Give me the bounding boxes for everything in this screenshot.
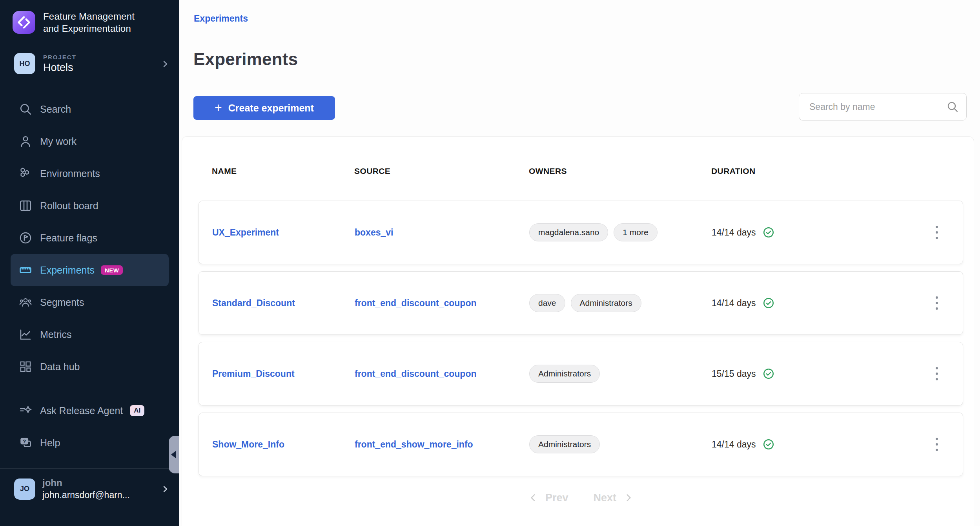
sidebar-item-environments[interactable]: Environments bbox=[11, 157, 169, 190]
owner-more-chip: 1 more bbox=[614, 223, 657, 241]
sidebar-item-label: Feature flags bbox=[40, 232, 97, 244]
check-circle-icon bbox=[763, 297, 774, 309]
table-row: Standard_Discount front_end_discount_cou… bbox=[199, 271, 963, 335]
board-columns-icon bbox=[18, 199, 33, 212]
sidebar-item-metrics[interactable]: Metrics bbox=[11, 318, 169, 351]
source-link[interactable]: boxes_vi bbox=[355, 227, 393, 238]
project-label: PROJECT bbox=[43, 54, 77, 60]
sparkle-lines-icon bbox=[18, 404, 33, 417]
chevron-left-icon bbox=[528, 493, 538, 503]
owner-chip: Administrators bbox=[529, 365, 600, 383]
source-link[interactable]: front_end_show_more_info bbox=[355, 439, 473, 450]
user-icon bbox=[18, 135, 33, 148]
check-circle-icon bbox=[763, 226, 774, 238]
sidebar-item-label: Rollout board bbox=[40, 200, 98, 212]
experiment-name-link[interactable]: Premium_Discount bbox=[212, 369, 295, 379]
column-header-duration: DURATION bbox=[711, 166, 755, 176]
table-row: Show_More_Info front_end_show_more_info … bbox=[199, 413, 963, 476]
table-row: Premium_Discount front_end_discount_coup… bbox=[199, 342, 963, 405]
experiments-table-panel: NAME SOURCE OWNERS DURATION UX_Experimen… bbox=[182, 136, 974, 526]
plus-icon: + bbox=[215, 101, 222, 114]
duration-text: 14/14 days bbox=[712, 298, 756, 309]
help-chat-icon: ? bbox=[18, 436, 33, 449]
next-label: Next bbox=[594, 492, 617, 504]
column-header-owners: OWNERS bbox=[529, 166, 567, 176]
sidebar-nav: Search My work Environments bbox=[0, 83, 179, 459]
sidebar-item-help[interactable]: ? Help bbox=[11, 427, 169, 459]
row-menu-button[interactable] bbox=[932, 292, 942, 314]
prev-page-button[interactable]: Prev bbox=[528, 492, 568, 504]
column-header-source: SOURCE bbox=[354, 166, 390, 176]
owner-chip: magdalena.sano bbox=[529, 223, 608, 241]
owners-cell: Administrators bbox=[529, 365, 600, 383]
ruler-icon bbox=[18, 263, 33, 277]
owner-chip: dave bbox=[529, 294, 565, 312]
next-page-button[interactable]: Next bbox=[594, 492, 634, 504]
sidebar-item-label: Environments bbox=[40, 168, 100, 179]
line-chart-icon bbox=[18, 328, 33, 341]
duration-cell: 14/14 days bbox=[712, 438, 774, 450]
project-selector[interactable]: HO PROJECT Hotels bbox=[0, 45, 179, 83]
chevron-right-icon bbox=[623, 493, 634, 503]
project-name: Hotels bbox=[43, 62, 77, 74]
experiment-name-link[interactable]: UX_Experiment bbox=[212, 227, 279, 238]
hexagons-icon bbox=[18, 167, 33, 180]
sidebar-item-my-work[interactable]: My work bbox=[11, 125, 169, 157]
check-circle-icon bbox=[763, 438, 774, 450]
page-title: Experiments bbox=[193, 49, 298, 69]
search-input[interactable] bbox=[799, 93, 967, 121]
sidebar-item-label: Metrics bbox=[40, 329, 72, 340]
row-menu-button[interactable] bbox=[932, 222, 942, 243]
source-link[interactable]: front_end_discount_coupon bbox=[355, 298, 477, 309]
sidebar-item-search[interactable]: Search bbox=[11, 93, 169, 125]
grid-squares-icon bbox=[18, 360, 33, 373]
collapse-sidebar-icon bbox=[171, 451, 176, 458]
sidebar-item-rollout-board[interactable]: Rollout board bbox=[11, 190, 169, 222]
owners-cell: dave Administrators bbox=[529, 294, 641, 312]
sidebar: Feature Management and Experimentation H… bbox=[0, 0, 179, 526]
sidebar-item-label: Ask Release Agent bbox=[40, 405, 123, 416]
owners-cell: Administrators bbox=[529, 435, 600, 453]
search-icon bbox=[18, 102, 33, 116]
experiment-name-link[interactable]: Standard_Discount bbox=[212, 298, 295, 309]
create-experiment-label: Create experiment bbox=[228, 102, 314, 114]
breadcrumb[interactable]: Experiments bbox=[194, 13, 248, 24]
app-window: Feature Management and Experimentation H… bbox=[0, 0, 980, 526]
sidebar-item-label: Search bbox=[40, 104, 71, 115]
project-avatar: HO bbox=[14, 53, 35, 74]
sidebar-item-segments[interactable]: Segments bbox=[11, 286, 169, 318]
sidebar-item-label: Data hub bbox=[40, 361, 80, 373]
collapse-sidebar-button[interactable] bbox=[169, 436, 179, 473]
chevron-right-icon bbox=[160, 484, 170, 494]
split-logo-icon bbox=[13, 11, 35, 34]
duration-text: 14/14 days bbox=[712, 439, 756, 450]
row-menu-button[interactable] bbox=[932, 434, 942, 455]
search-icon bbox=[946, 100, 959, 113]
sidebar-item-label: Experiments bbox=[40, 265, 95, 276]
user-menu[interactable]: JO john john.arnsdorf@harn... bbox=[0, 469, 179, 509]
sidebar-item-ask-release-agent[interactable]: Ask Release Agent AI bbox=[11, 394, 169, 427]
pagination: Prev Next bbox=[199, 488, 963, 508]
user-email: john.arnsdorf@harn... bbox=[42, 490, 130, 500]
table-row: UX_Experiment boxes_vi magdalena.sano 1 … bbox=[199, 201, 963, 264]
flag-circle-icon bbox=[18, 231, 33, 245]
sidebar-item-experiments[interactable]: Experiments NEW bbox=[11, 254, 169, 286]
owners-cell: magdalena.sano 1 more bbox=[529, 223, 658, 241]
experiment-name-link[interactable]: Show_More_Info bbox=[212, 439, 284, 450]
source-link[interactable]: front_end_discount_coupon bbox=[355, 369, 477, 379]
ai-badge: AI bbox=[130, 405, 144, 416]
sidebar-item-data-hub[interactable]: Data hub bbox=[11, 351, 169, 383]
duration-cell: 14/14 days bbox=[712, 297, 774, 309]
sidebar-item-feature-flags[interactable]: Feature flags bbox=[11, 222, 169, 254]
create-experiment-button[interactable]: + Create experiment bbox=[193, 96, 335, 120]
avatar: JO bbox=[14, 479, 35, 500]
sidebar-item-label: My work bbox=[40, 136, 77, 147]
row-menu-button[interactable] bbox=[932, 363, 942, 384]
search-box bbox=[799, 93, 967, 121]
app-header: Feature Management and Experimentation bbox=[0, 0, 179, 45]
user-name: john bbox=[42, 477, 130, 488]
duration-cell: 15/15 days bbox=[712, 368, 774, 380]
prev-label: Prev bbox=[545, 492, 568, 504]
check-circle-icon bbox=[763, 368, 774, 380]
owner-chip: Administrators bbox=[571, 294, 641, 312]
